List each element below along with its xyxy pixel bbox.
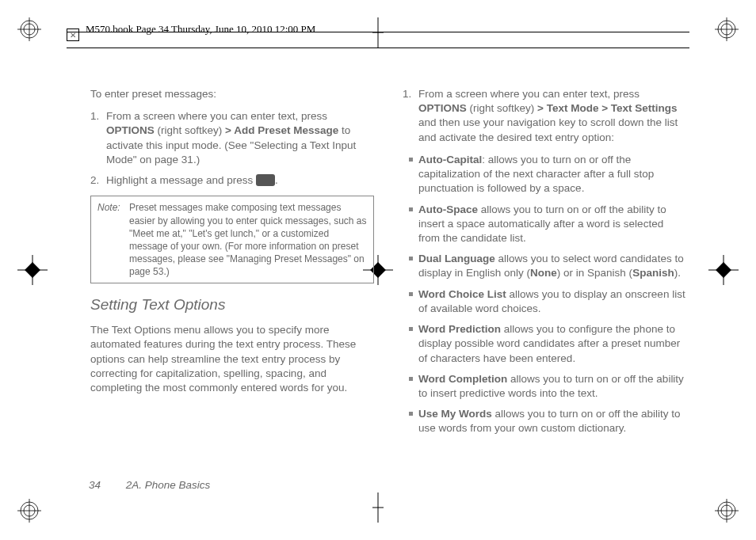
- page-footer: 34 2A. Phone Basics: [89, 479, 210, 491]
- section-body: The Text Options menu allows you to spec…: [90, 323, 374, 395]
- softkey-options: OPTIONS: [418, 102, 467, 114]
- registration-mark-icon: [708, 255, 739, 285]
- header-box-icon: ✕: [67, 29, 79, 41]
- page-body: To enter preset messages: 1. From a scre…: [90, 87, 686, 485]
- section-heading: Setting Text Options: [90, 295, 374, 315]
- option-label: Auto-Space: [418, 203, 478, 215]
- note-body: Preset messages make composing text mess…: [129, 201, 367, 278]
- section-label: 2A. Phone Basics: [126, 479, 211, 491]
- option-label: Auto-Capital: [418, 154, 482, 165]
- step-text: (right softkey): [467, 102, 537, 114]
- crop-mark-icon: [715, 499, 739, 523]
- preset-steps: 1. From a screen where you can enter tex…: [90, 109, 374, 188]
- right-column: 1. From a screen where you can enter tex…: [403, 87, 686, 485]
- option-word-choice: Word Choice List allows you to display a…: [409, 287, 686, 316]
- option-spanish: Spanish: [632, 267, 674, 279]
- menu-text-mode: Text Mode: [544, 102, 601, 114]
- step-1: 1. From a screen where you can enter tex…: [106, 109, 374, 167]
- note-box: Note: Preset messages make composing tex…: [90, 196, 374, 283]
- intro-text: To enter preset messages:: [90, 87, 374, 101]
- option-body: ).: [674, 267, 681, 279]
- option-label: Word Choice List: [418, 288, 506, 300]
- crop-mark-icon: [715, 17, 739, 41]
- step-text: Highlight a message and press: [106, 174, 256, 186]
- registration-tick-icon: [372, 17, 384, 48]
- option-label: Use My Words: [418, 408, 492, 420]
- option-none: None: [530, 267, 557, 279]
- page-number: 34: [89, 479, 101, 491]
- option-dual-language: Dual Language allows you to select word …: [409, 252, 686, 280]
- option-word-prediction: Word Prediction allows you to configure …: [409, 322, 686, 366]
- header-rule: [67, 48, 689, 48]
- step-text: From a screen where you can enter text, …: [106, 110, 327, 122]
- step-1: 1. From a screen where you can enter tex…: [418, 87, 686, 145]
- options-list: Auto-Capital: allows you to turn on or o…: [409, 153, 686, 436]
- option-use-my-words: Use My Words allows you to turn on or of…: [409, 407, 686, 435]
- chevron-icon: >: [601, 102, 608, 114]
- left-column: To enter preset messages: 1. From a scre…: [90, 87, 374, 485]
- crop-mark-icon: [17, 499, 41, 523]
- option-auto-capital: Auto-Capital: allows you to turn on or o…: [409, 153, 686, 196]
- option-auto-space: Auto-Space allows you to turn on or off …: [409, 203, 686, 246]
- menu-text-settings: Text Settings: [608, 102, 678, 114]
- crop-mark-icon: [17, 17, 41, 41]
- step-number: 1.: [90, 109, 99, 124]
- registration-tick-icon: [372, 492, 384, 523]
- step-number: 2.: [90, 173, 99, 188]
- registration-mark-icon: [17, 255, 48, 285]
- softkey-options: OPTIONS: [106, 124, 155, 136]
- ok-key-icon: [256, 174, 275, 186]
- settings-steps: 1. From a screen where you can enter tex…: [403, 87, 686, 145]
- option-word-completion: Word Completion allows you to turn on or…: [409, 372, 686, 401]
- step-text: From a screen where you can enter text, …: [418, 88, 640, 100]
- step-number: 1.: [403, 87, 411, 101]
- chevron-icon: >: [225, 124, 231, 136]
- header-file-info: M570.book Page 34 Thursday, June 10, 201…: [86, 23, 315, 36]
- step-text: (right softkey): [155, 124, 225, 136]
- option-label: Word Completion: [418, 373, 507, 385]
- option-label: Dual Language: [418, 253, 495, 264]
- chevron-icon: >: [537, 102, 544, 114]
- option-body: ) or in Spanish (: [557, 267, 632, 279]
- step-2: 2. Highlight a message and press .: [106, 173, 374, 188]
- step-text: and then use your navigation key to scro…: [418, 116, 678, 143]
- step-text: .: [275, 174, 278, 186]
- menu-add-preset: Add Preset Message: [231, 124, 338, 136]
- note-label: Note:: [97, 201, 124, 278]
- option-label: Word Prediction: [418, 323, 501, 335]
